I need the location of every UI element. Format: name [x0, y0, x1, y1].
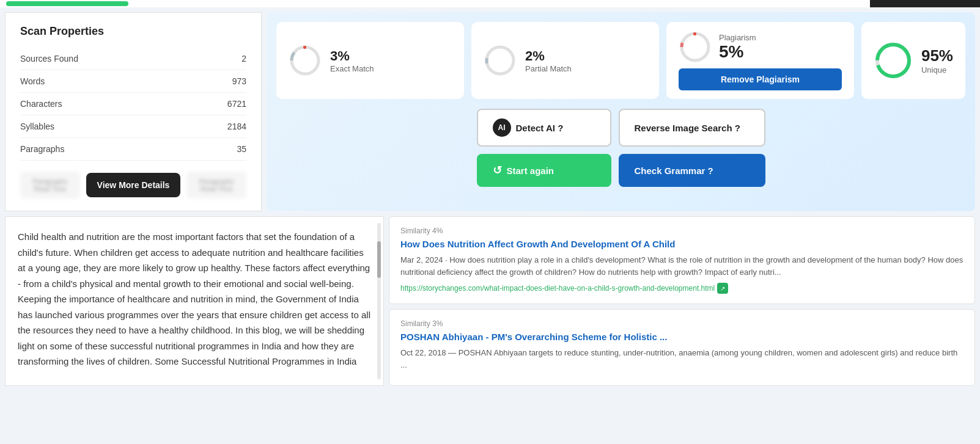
scrollbar-track	[377, 223, 381, 379]
detect-ai-button[interactable]: AI Detect AI ?	[477, 109, 611, 147]
remove-plagiarism-button[interactable]: Remove Plagiarism	[679, 68, 842, 90]
source-snippet-2: Oct 22, 2018 — POSHAN Abhiyaan targets t…	[400, 347, 963, 371]
source-card-1: Similarity 4% How Does Nutrition Affect …	[389, 216, 975, 304]
plagiarism-percent: 5%	[719, 42, 756, 62]
scan-label-syllables: Syllables	[20, 122, 54, 131]
svg-point-3	[487, 47, 514, 74]
check-grammar-label: Check Grammar ?	[635, 166, 713, 176]
scan-row-words: Words 973	[20, 70, 246, 93]
partial-match-circle	[484, 44, 517, 77]
stats-panel: 3% Exact Match 2% Partial Match	[267, 12, 975, 211]
text-content: Child health and nutrition are the most …	[18, 229, 371, 369]
scan-blurred-right: Paragraphs Read Time	[186, 172, 246, 198]
scrollbar-thumb[interactable]	[377, 241, 381, 278]
scan-properties-title: Scan Properties	[20, 25, 246, 38]
exact-match-circle	[289, 44, 322, 77]
scan-properties-panel: Scan Properties Sources Found 2 Words 97…	[5, 12, 262, 211]
view-more-button[interactable]: View More Details	[86, 173, 181, 197]
bottom-section: Child health and nutrition are the most …	[5, 216, 975, 386]
reverse-image-button[interactable]: Reverse Image Search ?	[619, 109, 765, 147]
scan-blurred-left: Paragraphs Read Time	[20, 172, 80, 198]
stats-top-row: 3% Exact Match 2% Partial Match	[276, 22, 965, 99]
check-grammar-button[interactable]: Check Grammar ?	[619, 154, 765, 187]
detect-ai-label: Detect AI ?	[516, 123, 564, 133]
plagiarism-circle	[679, 31, 712, 64]
plagiarism-label: Plagiarism	[719, 33, 756, 42]
unique-card: 95% Unique	[861, 22, 965, 99]
unique-label: Unique	[921, 65, 953, 75]
scan-row-sources: Sources Found 2	[20, 48, 246, 70]
external-link-icon-1[interactable]: ↗	[717, 283, 728, 294]
scan-value-words: 973	[232, 76, 246, 86]
unique-percent: 95%	[921, 46, 953, 65]
plagiarism-card: Plagiarism 5% Remove Plagiarism	[666, 22, 854, 99]
partial-match-percent: 2%	[525, 48, 572, 64]
scan-row-paragraphs: Paragraphs 35	[20, 138, 246, 161]
main-layout: Scan Properties Sources Found 2 Words 97…	[0, 7, 980, 391]
source-title-1[interactable]: How Does Nutrition Affect Growth And Dev…	[400, 239, 963, 249]
scan-row-syllables: Syllables 2184	[20, 115, 246, 138]
plagiarism-top-row: Plagiarism 5%	[679, 31, 756, 64]
scan-footer: Paragraphs Read Time View More Details P…	[20, 172, 246, 198]
start-again-label: Start again	[507, 166, 554, 176]
unique-circle	[874, 41, 913, 80]
start-again-button[interactable]: ↺ Start again	[477, 154, 611, 187]
svg-rect-7	[693, 32, 696, 35]
source-url-text-1[interactable]: https://storychanges.com/what-impact-doe…	[400, 284, 715, 293]
source-url-1: https://storychanges.com/what-impact-doe…	[400, 283, 963, 294]
scan-value-syllables: 2184	[227, 122, 246, 131]
scan-row-characters: Characters 6721	[20, 93, 246, 115]
svg-point-5	[682, 34, 709, 60]
reverse-image-label: Reverse Image Search ?	[635, 123, 740, 133]
exact-match-card: 3% Exact Match	[276, 22, 464, 99]
top-bar-black-accent	[870, 0, 980, 7]
partial-match-info: 2% Partial Match	[525, 48, 572, 73]
scan-value-characters: 6721	[227, 99, 246, 109]
svg-point-0	[292, 47, 319, 74]
top-bar-green-accent	[6, 1, 128, 6]
plagiarism-info: Plagiarism 5%	[719, 33, 756, 62]
exact-match-info: 3% Exact Match	[330, 48, 374, 73]
stats-actions-row1: AI Detect AI ? Reverse Image Search ?	[276, 109, 965, 147]
refresh-icon: ↺	[493, 164, 502, 177]
svg-rect-2	[303, 46, 306, 49]
similarity-badge-2: Similarity 3%	[400, 319, 963, 328]
scan-label-paragraphs: Paragraphs	[20, 144, 64, 154]
scan-label-characters: Characters	[20, 99, 62, 109]
source-card-2: Similarity 3% POSHAN Abhiyaan - PM's Ove…	[389, 309, 975, 386]
top-bar	[0, 0, 980, 7]
text-content-panel: Child health and nutrition are the most …	[5, 216, 384, 386]
partial-match-label: Partial Match	[525, 64, 572, 73]
scan-value-paragraphs: 35	[237, 144, 246, 154]
source-title-2[interactable]: POSHAN Abhiyaan - PM's Overarching Schem…	[400, 332, 963, 342]
exact-match-percent: 3%	[330, 48, 374, 64]
stats-actions-row2: ↺ Start again Check Grammar ?	[276, 154, 965, 187]
svg-point-9	[877, 45, 909, 76]
top-section: Scan Properties Sources Found 2 Words 97…	[0, 7, 980, 211]
scan-label-words: Words	[20, 76, 45, 86]
exact-match-label: Exact Match	[330, 64, 374, 73]
similarity-badge-1: Similarity 4%	[400, 227, 963, 235]
ai-icon: AI	[493, 118, 511, 137]
scan-label-sources: Sources Found	[20, 54, 78, 64]
sources-panel: Similarity 4% How Does Nutrition Affect …	[389, 216, 975, 386]
source-snippet-1: Mar 2, 2024 · How does nutrition play a …	[400, 254, 963, 278]
partial-match-card: 2% Partial Match	[471, 22, 659, 99]
unique-info: 95% Unique	[921, 46, 953, 75]
scan-value-sources: 2	[241, 54, 246, 64]
